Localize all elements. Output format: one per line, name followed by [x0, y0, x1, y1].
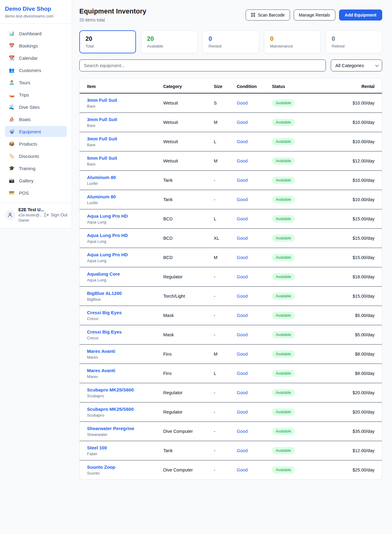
- category-filter-select[interactable]: All Categories: [331, 59, 382, 71]
- status-cell: Available: [272, 254, 338, 261]
- rental-price: $20.00/day: [352, 390, 375, 395]
- category-cell: Wetsuit: [163, 120, 214, 125]
- item-name-link[interactable]: Aqualung Core: [87, 271, 163, 277]
- condition-link[interactable]: Good: [237, 101, 247, 105]
- category-cell: Tank: [163, 197, 214, 202]
- rental-price: $18.00/day: [352, 274, 375, 279]
- item-name-link[interactable]: 3mm Full Suit: [87, 97, 163, 103]
- condition-link[interactable]: Good: [237, 216, 247, 221]
- size-cell: -: [214, 178, 237, 183]
- sidebar-item-trips[interactable]: 🚤 Trips: [5, 89, 67, 100]
- brand-link[interactable]: Demo Dive Shop demo.test.divestreams.com: [5, 6, 67, 18]
- condition-link[interactable]: Good: [237, 158, 247, 163]
- condition-link[interactable]: Good: [237, 429, 247, 434]
- item-name-link[interactable]: Steel 100: [87, 445, 163, 450]
- status-cell: Available: [272, 370, 338, 377]
- status-badge: Available: [272, 428, 295, 435]
- scan-barcode-button[interactable]: Scan Barcode: [246, 10, 290, 21]
- rental-price: $12.00/day: [352, 448, 375, 453]
- sign-out-button[interactable]: Sign Out: [44, 212, 67, 217]
- stat-value: 20: [147, 35, 191, 42]
- stats-cards: 20 Total 20 Available 0 Rented 0 Mainten…: [79, 30, 382, 53]
- status-cell: Available: [272, 157, 338, 165]
- condition-link[interactable]: Good: [237, 410, 247, 414]
- condition-link[interactable]: Good: [237, 178, 247, 183]
- sidebar-item-bookings[interactable]: 📅 Bookings: [5, 40, 67, 51]
- status-cell: Available: [272, 138, 338, 145]
- stat-card-maintenance[interactable]: 0 Maintenance: [264, 30, 321, 53]
- condition-link[interactable]: Good: [237, 294, 247, 299]
- condition-cell: Good: [237, 197, 272, 202]
- item-brand: Mares: [87, 374, 163, 379]
- item-name-link[interactable]: Aqua Lung Pro HD: [87, 233, 163, 238]
- condition-link[interactable]: Good: [237, 390, 247, 395]
- condition-link[interactable]: Good: [237, 352, 247, 357]
- tag-icon: 🏷️: [9, 153, 15, 159]
- rental-price: $15.00/day: [352, 294, 375, 299]
- item-name-link[interactable]: 5mm Full Suit: [87, 155, 163, 161]
- sidebar-item-customers[interactable]: 👥 Customers: [5, 65, 67, 76]
- item-name-link[interactable]: Aqua Lung Pro HD: [87, 252, 163, 257]
- stat-card-available[interactable]: 20 Available: [141, 30, 198, 53]
- rental-price: $10.00/day: [352, 101, 375, 105]
- sidebar-item-training[interactable]: 🎓 Training: [5, 163, 67, 174]
- item-name-link[interactable]: Aluminum 80: [87, 194, 163, 199]
- stat-card-rented[interactable]: 0 Rented: [202, 30, 259, 53]
- condition-link[interactable]: Good: [237, 120, 247, 125]
- item-name-link[interactable]: Shearwater Peregrine: [87, 426, 163, 431]
- item-cell: Aqualung Core Aqua Lung: [87, 271, 163, 282]
- item-name-link[interactable]: Aluminum 80: [87, 175, 163, 180]
- item-name-link[interactable]: Mares Avanti: [87, 368, 163, 373]
- condition-link[interactable]: Good: [237, 332, 247, 337]
- sidebar-item-boats[interactable]: ⛵ Boats: [5, 114, 67, 125]
- item-name-link[interactable]: Aqua Lung Pro HD: [87, 213, 163, 219]
- item-name-link[interactable]: 3mm Full Suit: [87, 136, 163, 141]
- condition-link[interactable]: Good: [237, 139, 247, 144]
- column-header-rental: Rental: [338, 84, 375, 89]
- item-cell: 3mm Full Suit Bare: [87, 136, 163, 147]
- sidebar-item-products[interactable]: 📦 Products: [5, 138, 67, 149]
- condition-link[interactable]: Good: [237, 371, 247, 376]
- condition-link[interactable]: Good: [237, 274, 247, 279]
- item-name-link[interactable]: Cressi Big Eyes: [87, 329, 163, 334]
- add-equipment-button[interactable]: Add Equipment: [339, 10, 382, 21]
- status-badge: Available: [272, 157, 295, 165]
- item-name-link[interactable]: Cressi Big Eyes: [87, 310, 163, 315]
- sidebar-item-dashboard[interactable]: 📊 Dashboard: [5, 28, 67, 39]
- sidebar-item-calendar[interactable]: 📆 Calendar: [5, 52, 67, 63]
- item-name-link[interactable]: 3mm Full Suit: [87, 117, 163, 122]
- condition-link[interactable]: Good: [237, 467, 247, 472]
- sidebar-item-tours[interactable]: 🏝️ Tours: [5, 77, 67, 88]
- sidebar-item-discounts[interactable]: 🏷️ Discounts: [5, 151, 67, 162]
- status-cell: Available: [272, 389, 338, 396]
- sign-out-label: Sign Out: [51, 212, 67, 217]
- item-name-link[interactable]: Mares Avanti: [87, 349, 163, 354]
- condition-cell: Good: [237, 255, 272, 260]
- stat-value: 20: [85, 35, 130, 42]
- sidebar-item-gallery[interactable]: 📸 Gallery: [5, 175, 67, 186]
- sidebar-item-pos[interactable]: 💳 POS: [5, 187, 67, 198]
- condition-cell: Good: [237, 293, 272, 299]
- item-name-link[interactable]: Suunto Zoop: [87, 464, 163, 470]
- column-header-item: Item: [87, 84, 163, 89]
- condition-link[interactable]: Good: [237, 313, 247, 318]
- search-input[interactable]: [79, 59, 326, 71]
- column-header-size: Size: [214, 84, 237, 89]
- item-name-link[interactable]: Scubapro MK25/S600: [87, 387, 163, 392]
- manage-rentals-button[interactable]: Manage Rentals: [294, 10, 335, 21]
- item-name-link[interactable]: BigBlue AL1200: [87, 291, 163, 296]
- condition-link[interactable]: Good: [237, 236, 247, 241]
- condition-link[interactable]: Good: [237, 197, 247, 202]
- condition-link[interactable]: Good: [237, 255, 247, 260]
- item-cell: Aluminum 80 Luxfer: [87, 194, 163, 205]
- dive-mask-icon: 🤿: [9, 129, 15, 134]
- stat-card-retired[interactable]: 0 Retired: [326, 30, 382, 53]
- stat-card-total[interactable]: 20 Total: [79, 30, 136, 53]
- item-name-link[interactable]: Scubapro MK25/S600: [87, 406, 163, 412]
- sidebar-item-label: Bookings: [19, 43, 38, 48]
- rental-cell: $5.00/day: [338, 332, 375, 338]
- condition-link[interactable]: Good: [237, 448, 247, 453]
- sidebar-item-equipment[interactable]: 🤿 Equipment: [5, 126, 67, 137]
- item-cell: Scubapro MK25/S600 Scubapro: [87, 406, 163, 418]
- sidebar-item-dive-sites[interactable]: 🌊 Dive Sites: [5, 101, 67, 113]
